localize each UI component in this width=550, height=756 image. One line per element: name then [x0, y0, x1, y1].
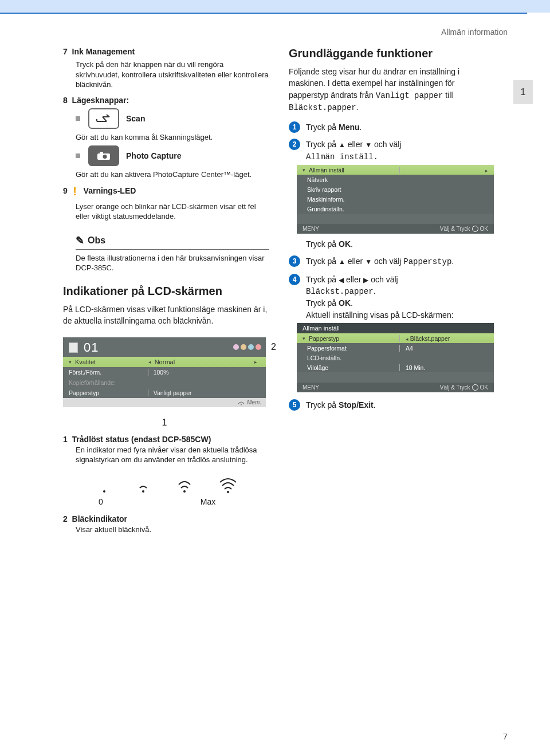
lcd2a-foot: MENY Välj & TryckOK	[297, 224, 494, 234]
after-step-2: Tryck på OK.	[289, 238, 495, 250]
section-title: Allmän information	[0, 14, 550, 37]
svg-rect-1	[100, 152, 103, 154]
svg-point-3	[241, 404, 242, 405]
item-9: 9 ! Varnings-LED	[63, 186, 269, 198]
lcd2b-sel-value: Bläckst.papper	[410, 335, 450, 342]
right-column: 1 Grundläggande funktioner Följande steg…	[289, 47, 495, 534]
lcd2a-hdr-text: Allmän inställ	[309, 167, 344, 174]
down-arrow-icon: ▼	[365, 141, 372, 149]
lcd2b-sel: ▾Papperstyp ◂ Bläckst.papper	[297, 333, 494, 343]
wifi-low-label: 0	[99, 497, 103, 506]
lcd2a-hdr: ▾Allmän inställ ▸	[297, 165, 494, 175]
wifi-levels	[63, 478, 269, 494]
scan-label: Scan	[126, 114, 145, 123]
lcd2a-row-3: Grundinställn.	[297, 204, 494, 214]
step-1-num: 1	[289, 121, 300, 133]
svg-point-6	[183, 490, 186, 493]
lcd-row-a: Först./Förm. 100%	[63, 367, 266, 377]
fc1-desc: En indikator med fyra nivåer visar den a…	[63, 445, 269, 465]
lcd2b-foot: MENY Välj & TryckOK	[297, 383, 494, 392]
right-intro: Följande steg visar hur du ändrar en ins…	[289, 66, 495, 113]
down-arrow-icon: ▼	[365, 258, 372, 266]
item-7-desc: Tryck på den här knappen när du vill ren…	[63, 60, 269, 90]
copies-value: 01	[84, 340, 99, 355]
lcd2a-foot-left: MENY	[302, 226, 319, 232]
step-5-num: 5	[289, 399, 300, 411]
item-8-num: 8	[63, 96, 68, 105]
lcd2b-row-2: Viloläge10 Min.	[297, 363, 494, 372]
left-column: 7 Ink Management Tryck på den här knappe…	[63, 47, 269, 534]
step-1: 1 Tryck på Menu.	[289, 121, 495, 133]
note-icon: ✎	[76, 234, 84, 247]
lcd2b-hdr-text: Allmän inställ	[302, 325, 340, 332]
lcd-screenshot-1: 2 01 ▾Kvalitet ◂Normal▸ Först./Förm.	[63, 337, 266, 407]
intro-mono1: Vanligt papper	[376, 91, 443, 100]
item-7-num: 7	[63, 47, 68, 56]
right-arrow-icon: ▶	[363, 276, 368, 284]
lcd-row-b: Kopieförhållande:	[63, 377, 266, 388]
lcd-copies: 01	[69, 340, 99, 355]
fc1-title: Trådlöst status (endast DCP-585CW)	[72, 435, 211, 444]
wifi-0-icon	[99, 480, 110, 494]
lcd-status-bar: Mem.	[63, 398, 266, 407]
bullet-icon	[76, 153, 80, 158]
scan-icon	[88, 108, 119, 129]
page-body: 7 Ink Management Tryck på den här knappe…	[0, 37, 550, 534]
photo-mode-row: Photo Capture	[63, 145, 269, 166]
svg-point-2	[103, 155, 107, 159]
lcd-row-a-label: Först./Förm.	[63, 369, 148, 376]
fc1-num: 1	[63, 435, 68, 444]
intro-mid: till	[443, 90, 453, 100]
wifi-status-icon	[238, 400, 245, 405]
item-7-title: Ink Management	[72, 47, 135, 56]
scan-desc: Gör att du kan komma åt Skanningsläget.	[63, 132, 269, 143]
item-9-num: 9	[63, 186, 68, 195]
step-5: 5 Tryck på Stop/Exit.	[289, 399, 495, 411]
item-7: 7 Ink Management	[63, 47, 269, 56]
note-heading: ✎ Obs	[76, 234, 269, 250]
lcd-row-c-value: Vanligt papper	[148, 389, 262, 396]
lcd-heading: Indikationer på LCD-skärmen	[63, 285, 269, 298]
step-4-num: 4	[289, 274, 300, 285]
wifi-high-label: Max	[201, 497, 215, 506]
up-arrow-icon: ▲	[339, 141, 345, 149]
callout-2-marker: 2	[271, 342, 276, 352]
intro-mono2: Bläckst.papper	[289, 103, 356, 112]
svg-point-7	[227, 491, 229, 493]
lcd-intro: På LCD-skärmen visas vilket funktionsläg…	[63, 304, 269, 327]
step-2: 2 Tryck på ▲ eller ▼ och välj Allmän ins…	[289, 139, 495, 163]
item-9-desc: Lyser orange och blinkar när LCD-skärmen…	[63, 202, 269, 222]
step-4-text: Tryck på ◀ eller ▶ och välj Bläckst.papp…	[306, 274, 454, 321]
lcd-row-sel-label: Kvalitet	[75, 359, 96, 365]
lcd-row-a-value: 100%	[148, 369, 262, 376]
lcd2b-foot-left: MENY	[302, 384, 319, 391]
lcd-row-c-label: Papperstyp	[63, 389, 148, 396]
chapter-tab: 1	[513, 80, 533, 104]
svg-point-4	[103, 490, 105, 493]
photo-capture-icon	[88, 145, 119, 166]
callout-1-marker: 1	[162, 418, 167, 428]
page-number: 7	[503, 731, 508, 741]
footer-callouts: 1 Trådlöst status (endast DCP-585CW) En …	[63, 435, 269, 535]
item-9-title: Varnings-LED	[84, 186, 136, 195]
fc2: 2 Bläckindikator	[63, 514, 269, 523]
lcd-screenshot-2b: Allmän inställ ▾Papperstyp ◂ Bläckst.pap…	[297, 323, 494, 392]
lcd-status-text: Mem.	[247, 399, 261, 405]
step-3: 3 Tryck på ▲ eller ▼ och välj Papperstyp…	[289, 255, 495, 267]
warning-led-icon: !	[71, 186, 79, 198]
lcd2a-row-0: Nätverk	[297, 175, 494, 184]
wifi-labels: 0 Max	[63, 497, 269, 506]
lcd-row-b-label: Kopieförhållande:	[63, 379, 148, 386]
item-8-title: Lägesknappar:	[72, 96, 129, 105]
intro-end: .	[356, 103, 359, 112]
right-heading: Grundläggande funktioner	[289, 47, 495, 60]
note-body: De flesta illustrationerna i den här bru…	[76, 250, 269, 273]
scan-mode-row: Scan	[63, 108, 269, 129]
note-title: Obs	[88, 235, 105, 246]
note-box: ✎ Obs De flesta illustrationerna i den h…	[76, 234, 269, 273]
lcd2b-hdr: Allmän inställ	[297, 323, 494, 333]
photo-desc: Gör att du kan aktivera PhotoCapture Cen…	[63, 170, 269, 180]
step-3-num: 3	[289, 255, 300, 267]
photo-label: Photo Capture	[126, 151, 181, 160]
item-8: 8 Lägesknappar:	[63, 96, 269, 105]
